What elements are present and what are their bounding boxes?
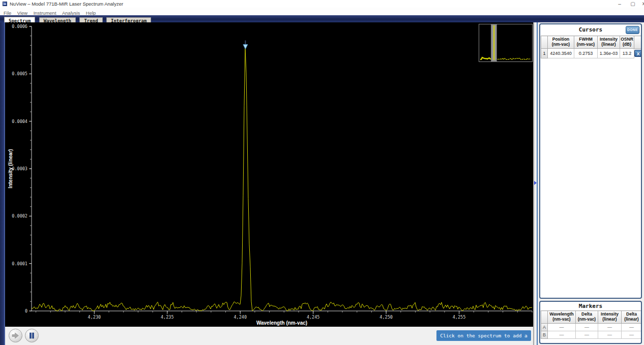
- marker-row-a: A — — — —: [541, 323, 642, 331]
- markers-table: Wavelength (nm-vac) Delta (nm-vac) Inten…: [541, 310, 642, 339]
- transport-bar: Click on the spectrum to add a cursor.: [5, 327, 533, 345]
- markers-col-wavelength: Wavelength (nm-vac): [548, 311, 576, 324]
- tab-strip: Spectrum Wavelength Trend Interferogram: [0, 15, 644, 22]
- cursors-table: Position (nm-vac) FWHM (nm-vac) Intensit…: [541, 36, 642, 58]
- svg-text:0.0001: 0.0001: [12, 261, 27, 266]
- marker-row-b: B — — — —: [541, 331, 642, 338]
- cursors-col-blank: [541, 36, 548, 49]
- cursors-col-fwhm: FWHM (nm-vac): [574, 36, 598, 49]
- delete-cursor-button[interactable]: X: [634, 50, 642, 57]
- markers-col-delta-nm: Delta (nm-vac): [576, 311, 598, 324]
- svg-text:0.0004: 0.0004: [12, 119, 27, 124]
- svg-text:4,240: 4,240: [233, 315, 247, 320]
- marker-a-delta-nm: —: [576, 323, 598, 331]
- marker-b-wavelength: —: [548, 331, 576, 338]
- marker-b-delta-linear: —: [622, 331, 642, 338]
- cursor-position-value: 4240.3540: [548, 48, 574, 58]
- svg-text:0.0003: 0.0003: [12, 166, 27, 171]
- marker-b-intensity: —: [598, 331, 622, 338]
- markers-col-delta-linear: Delta (linear): [622, 311, 642, 324]
- marker-b-delta-nm: —: [576, 331, 598, 338]
- status-message: Click on the spectrum to add a cursor.: [436, 330, 531, 341]
- svg-text:Intensity (linear): Intensity (linear): [8, 149, 13, 188]
- cursor-intensity-value: 1.36e-03: [598, 48, 620, 58]
- cursor-row: 1 4240.3540 0.2753 1.36e-03 13.2 X: [541, 48, 642, 58]
- splitter-collapse-icon[interactable]: [534, 181, 537, 185]
- cursors-col-osnr: OSNR (dB): [620, 36, 634, 49]
- svg-text:Wavelength (nm-vac): Wavelength (nm-vac): [256, 320, 307, 326]
- svg-text:4,235: 4,235: [161, 315, 174, 320]
- right-panel: Cursors DONE Position (nm-vac) FWHM (nm-…: [538, 22, 644, 345]
- cursor-row-id: 1: [541, 48, 548, 58]
- titlebar: NuView – Model 771B-MIR Laser Spectrum A…: [0, 0, 644, 8]
- svg-text:4,230: 4,230: [88, 315, 101, 320]
- spectrum-trace: [32, 47, 532, 311]
- marker-b-id: B: [541, 331, 548, 338]
- svg-text:4,255: 4,255: [453, 315, 466, 320]
- marker-a-delta-linear: —: [622, 323, 642, 331]
- cursors-col-intensity: Intensity (linear): [598, 36, 620, 49]
- markers-panel: Markers Wavelength (nm-vac) Delta (nm-va…: [539, 301, 642, 344]
- minimize-button[interactable]: –: [614, 0, 625, 8]
- marker-a-intensity: —: [598, 323, 622, 331]
- cursor-osnr-value: 13.2: [620, 48, 634, 58]
- cursors-panel: Cursors DONE Position (nm-vac) FWHM (nm-…: [539, 23, 642, 299]
- cursor-fwhm-value: 0.2753: [574, 48, 598, 58]
- svg-text:0.0005: 0.0005: [12, 71, 27, 76]
- marker-a-id: A: [541, 323, 548, 331]
- spectrum-plot-area: 4,2304,2354,2404,2454,2504,25500.00010.0…: [5, 22, 533, 327]
- splitter-accent-line: [537, 22, 538, 345]
- markers-col-blank: [541, 311, 548, 324]
- play-arrow-icon: [9, 329, 22, 342]
- svg-text:4,245: 4,245: [307, 315, 320, 320]
- pause-icon: [25, 329, 38, 342]
- menubar: File View Instrument Analysis Help: [0, 8, 644, 15]
- overview-inset[interactable]: [479, 24, 533, 62]
- cursor-marker-icon: [243, 45, 248, 49]
- cursors-col-delete: [634, 36, 642, 49]
- overview-inset-plot[interactable]: [479, 24, 532, 61]
- close-button[interactable]: ✕: [639, 0, 644, 8]
- app-icon: [3, 2, 7, 6]
- spectrum-plot[interactable]: 4,2304,2354,2404,2454,2504,25500.00010.0…: [5, 22, 533, 327]
- done-button[interactable]: DONE: [626, 26, 639, 34]
- play-button[interactable]: [9, 329, 22, 342]
- markers-col-intensity: Intensity (linear): [598, 311, 622, 324]
- svg-text:0.0002: 0.0002: [12, 213, 27, 218]
- pause-button[interactable]: [25, 329, 39, 342]
- maximize-button[interactable]: ▢: [628, 0, 638, 8]
- markers-panel-title: Markers: [540, 302, 641, 310]
- marker-a-wavelength: —: [548, 323, 576, 331]
- svg-text:0: 0: [25, 308, 27, 313]
- cursors-col-position: Position (nm-vac): [548, 36, 574, 49]
- svg-text:4,250: 4,250: [379, 315, 393, 320]
- window-title: NuView – Model 771B-MIR Laser Spectrum A…: [10, 1, 123, 7]
- left-edge-border: [0, 22, 5, 345]
- svg-text:0.0006: 0.0006: [12, 24, 27, 29]
- splitter[interactable]: [533, 22, 538, 345]
